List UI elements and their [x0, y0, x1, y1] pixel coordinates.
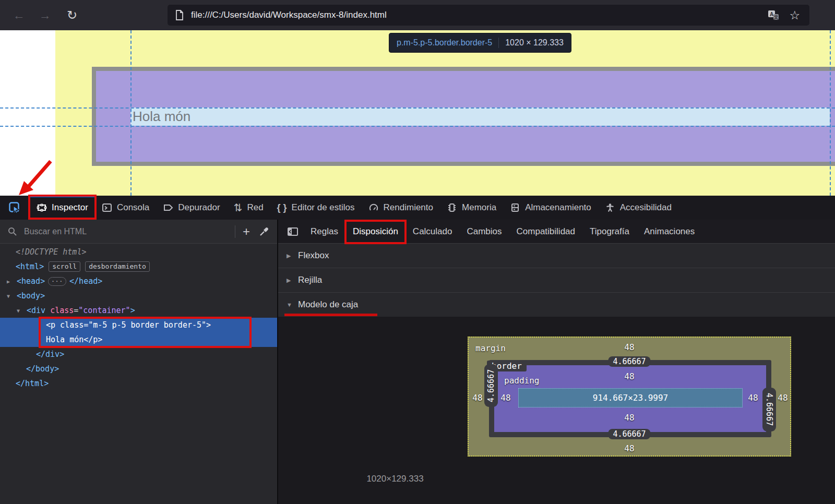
sidebar-tab-compatibility[interactable]: Compatibilidad [509, 220, 582, 243]
border-left-value[interactable]: 4.66667 [484, 364, 498, 407]
forward-icon: → [39, 8, 51, 22]
reload-button[interactable]: ↻ [63, 0, 81, 30]
paragraph-text: Hola món [133, 107, 190, 126]
padding-bottom-value[interactable]: 48 [624, 413, 634, 423]
tree-node-body-close[interactable]: </body> [0, 362, 277, 376]
twisty-expanded-icon: ▼ [287, 302, 298, 308]
braces-icon: { } [277, 202, 287, 213]
section-flexbox[interactable]: ▶ Flexbox [278, 244, 835, 268]
section-box-model[interactable]: ▼ Modelo de caja [278, 293, 835, 317]
twisty-expanded-icon[interactable]: ▼ [7, 293, 17, 299]
infobar-dimensions: 1020 × 129.333 [505, 38, 564, 47]
head-open-tag: <head> [17, 277, 45, 286]
selected-node-row[interactable]: <p class="m-5 p-5 border border-5"> Hola… [0, 318, 277, 347]
guide-line-right [830, 30, 831, 196]
sidebar-tab-layout[interactable]: Disposición [345, 220, 405, 243]
devtools-tab-debugger[interactable]: Depurador [156, 196, 226, 220]
back-button[interactable]: ← [9, 0, 28, 30]
tab-label-compatibility: Compatibilidad [517, 226, 575, 237]
inspector-icon [37, 203, 47, 212]
sidebar-tab-computed[interactable]: Calculado [405, 220, 460, 243]
tree-node-div-close[interactable]: </div> [0, 347, 277, 362]
tree-node-html-close[interactable]: </html> [0, 376, 277, 391]
p-open-line: <p class="m-5 p-5 border border-5"> [0, 318, 277, 332]
padding-right-value[interactable]: 48 [748, 393, 758, 403]
tree-node-html[interactable]: <html> scroll desbordamiento [0, 259, 277, 274]
body-close-tag: </body> [26, 364, 59, 374]
browser-toolbar: ← → ↻ file:///C:/Users/david/Workspace/s… [0, 0, 835, 31]
div-attr-name: class [50, 306, 74, 315]
devtools-tab-inspector[interactable]: Inspector [30, 196, 95, 220]
margin-top-value[interactable]: 48 [624, 342, 634, 352]
collapsed-ellipsis-pill[interactable]: ··· [48, 277, 66, 286]
memory-icon [447, 203, 457, 212]
node-picker-button[interactable] [0, 196, 30, 220]
highlighter-infobar: p.m-5.p-5.border.border-5 1020 × 129.333 [389, 33, 571, 53]
guide-line-left [130, 30, 132, 196]
devtools-tab-performance[interactable]: Rendimiento [362, 196, 440, 220]
section-label-flexbox: Flexbox [298, 250, 329, 261]
debugger-icon [163, 203, 173, 212]
doctype-text: <!DOCTYPE html> [16, 247, 86, 257]
head-close-tag: </head> [69, 277, 102, 286]
tab-label-debugger: Depurador [178, 202, 220, 213]
badge-overflow[interactable]: desbordamiento [85, 261, 150, 272]
border-right-value[interactable]: 4.66667 [762, 388, 776, 431]
sidebar-tab-rules[interactable]: Reglas [303, 220, 345, 243]
border-bottom-value[interactable]: 4.66667 [608, 429, 650, 439]
tree-node-head[interactable]: ▶ <head> ··· </head> [0, 274, 277, 289]
p-text: Hola món [46, 335, 84, 344]
tab-label-computed: Calculado [413, 226, 452, 237]
urlbar-actions: A 文 ☆ [767, 5, 800, 26]
eyedropper-icon[interactable] [258, 226, 270, 237]
padding-left-value[interactable]: 48 [500, 393, 510, 403]
p-text-line: Hola món</p> [0, 332, 277, 347]
body-open-tag: <body> [17, 291, 45, 301]
translate-icon[interactable]: A 文 [767, 9, 780, 21]
devtools-tab-style-editor[interactable]: { } Editor de estilos [270, 196, 362, 220]
box-model-padding-area [494, 365, 766, 432]
p-close-tag: </p> [84, 335, 102, 344]
margin-bottom-value[interactable]: 48 [624, 443, 634, 453]
twisty-collapsed-icon[interactable]: ▶ [7, 279, 17, 284]
annotation-arrow [8, 158, 56, 197]
box-model-content-area: 914.667×23.9997 [518, 388, 743, 407]
html-open-tag: <html> [16, 262, 44, 271]
box-model-margin-area [468, 337, 791, 457]
twisty-expanded-icon[interactable]: ▼ [17, 308, 27, 314]
sidebar-toggle-button[interactable] [282, 226, 303, 237]
tree-node-doctype[interactable]: <!DOCTYPE html> [0, 245, 277, 259]
border-top-value[interactable]: 4.66667 [608, 356, 650, 367]
accessibility-icon [605, 203, 615, 212]
div-gt: > [130, 306, 135, 315]
infobar-selector: p.m-5.p-5.border.border-5 [397, 38, 492, 47]
plus-icon: + [243, 224, 250, 238]
devtools-tab-accessibility[interactable]: Accesibilidad [598, 196, 678, 220]
forward-button[interactable]: → [35, 0, 54, 30]
devtools-tab-network[interactable]: ⇅ Red [227, 196, 270, 220]
sidebar-tab-changes[interactable]: Cambios [459, 220, 509, 243]
badge-scroll[interactable]: scroll [49, 261, 80, 272]
add-node-button[interactable]: + [235, 220, 257, 243]
twisty-collapsed-icon: ▶ [287, 277, 298, 284]
sidebar-tab-animations[interactable]: Animaciones [637, 220, 702, 243]
box-model-border-area [489, 360, 771, 437]
tab-label-performance: Rendimiento [384, 202, 433, 213]
bookmark-star-icon[interactable]: ☆ [789, 9, 800, 21]
element-dimensions: 1020×129.333 [366, 474, 423, 484]
performance-icon [368, 203, 379, 212]
margin-right-value[interactable]: 48 [778, 393, 788, 403]
padding-top-value[interactable]: 48 [624, 371, 634, 381]
devtools-tab-storage[interactable]: Almacenamiento [503, 196, 598, 220]
devtools-tab-memory[interactable]: Memoria [440, 196, 503, 220]
devtools-tab-console[interactable]: Consola [95, 196, 156, 220]
margin-left-value[interactable]: 48 [472, 393, 482, 403]
section-grid[interactable]: ▶ Rejilla [278, 268, 835, 293]
url-bar[interactable]: file:///C:/Users/david/Workspace/smx-8/i… [168, 5, 809, 26]
search-input[interactable] [23, 226, 235, 237]
tree-node-body[interactable]: ▼ <body> [0, 289, 277, 303]
margin-label: margin [475, 343, 506, 353]
tree-node-div-container[interactable]: ▼ <divclass="container"> [0, 303, 277, 318]
sidebar-tab-fonts[interactable]: Tipografía [582, 220, 637, 243]
tab-label-memory: Memoria [462, 202, 496, 213]
